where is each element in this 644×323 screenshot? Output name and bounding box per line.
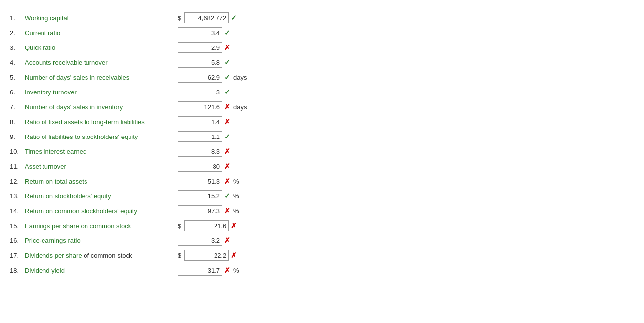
x-icon: ✗ — [224, 162, 230, 170]
item-link[interactable]: Ratio of liabilities to stockholders' eq… — [25, 133, 138, 140]
input-area: ✗% — [178, 205, 239, 216]
check-icon: ✓ — [224, 133, 230, 140]
input-area: $✗ — [178, 250, 237, 261]
list-item: 2.Current ratio✓ — [10, 27, 634, 39]
answer-input[interactable] — [178, 265, 222, 276]
answer-input[interactable] — [178, 101, 222, 112]
item-link[interactable]: Number of days' sales in receivables — [25, 74, 129, 81]
item-link[interactable]: Times interest earned — [25, 148, 86, 155]
item-label: Quick ratio — [25, 44, 178, 51]
item-label: Return on common stockholders' equity — [25, 207, 178, 215]
answer-input[interactable] — [178, 146, 222, 157]
item-link[interactable]: Working capital — [25, 14, 69, 22]
item-number: 9. — [10, 133, 25, 140]
item-link[interactable]: Return on total assets — [25, 178, 87, 185]
list-item: 6.Inventory turnover✓ — [10, 86, 634, 98]
answer-input[interactable] — [178, 116, 222, 127]
item-number: 18. — [10, 267, 25, 274]
answer-input[interactable] — [178, 87, 222, 97]
check-icon: ✓ — [231, 14, 237, 22]
unit-label: % — [233, 267, 239, 274]
check-icon: ✓ — [224, 29, 230, 37]
answer-input[interactable] — [178, 131, 222, 142]
unit-label: % — [233, 207, 239, 215]
item-link[interactable]: Number of days' sales in inventory — [25, 103, 123, 111]
x-icon: ✗ — [224, 103, 230, 111]
answer-input[interactable] — [184, 250, 229, 261]
dollar-sign: $ — [178, 222, 181, 230]
item-label: Ratio of liabilities to stockholders' eq… — [25, 133, 178, 140]
item-number: 12. — [10, 178, 25, 185]
item-label: Current ratio — [25, 29, 178, 37]
item-link[interactable]: Return on common stockholders' equity — [25, 207, 137, 215]
answer-input[interactable] — [178, 72, 222, 83]
answer-input[interactable] — [184, 220, 229, 231]
list-item: 12.Return on total assets✗% — [10, 175, 634, 187]
item-label: Dividends per share of common stock — [25, 252, 178, 259]
answer-input[interactable] — [178, 161, 222, 172]
item-link[interactable]: Inventory turnover — [25, 89, 77, 96]
item-number: 5. — [10, 74, 25, 81]
list-item: 10.Times interest earned✗ — [10, 145, 634, 157]
item-label: Earnings per share on common stock — [25, 222, 178, 230]
item-label: Asset turnover — [25, 163, 178, 170]
input-area: ✗ — [178, 116, 230, 127]
list-item: 4.Accounts receivable turnover✓ — [10, 56, 634, 68]
x-icon: ✗ — [224, 44, 230, 51]
check-icon: ✓ — [224, 73, 230, 81]
list-item: 18.Dividend yield✗% — [10, 264, 634, 276]
input-area: ✗ — [178, 161, 230, 172]
check-icon: ✓ — [224, 58, 230, 66]
item-link[interactable]: Quick ratio — [25, 44, 55, 51]
item-number: 13. — [10, 192, 25, 200]
item-label: Dividend yield — [25, 267, 178, 274]
list-item: 13.Return on stockholders' equity✓% — [10, 190, 634, 202]
answer-input[interactable] — [178, 205, 222, 216]
item-label: Return on total assets — [25, 178, 178, 185]
list-item: 16.Price-earnings ratio✗ — [10, 234, 634, 246]
item-number: 11. — [10, 163, 25, 170]
item-number: 3. — [10, 44, 25, 51]
input-area: ✗ — [178, 235, 230, 246]
unit-label: % — [233, 192, 239, 200]
list-item: 8.Ratio of fixed assets to long-term lia… — [10, 116, 634, 128]
item-label: Inventory turnover — [25, 89, 178, 96]
input-area: ✗days — [178, 101, 247, 112]
input-area: ✓ — [178, 27, 230, 38]
item-label: Return on stockholders' equity — [25, 192, 178, 200]
item-link[interactable]: Ratio of fixed assets to long-term liabi… — [25, 118, 145, 126]
input-area: ✓ — [178, 57, 230, 68]
answer-input[interactable] — [178, 27, 222, 38]
item-link[interactable]: Accounts receivable turnover — [25, 59, 108, 66]
item-label: Price-earnings ratio — [25, 237, 178, 244]
x-icon: ✗ — [224, 266, 230, 274]
answer-input[interactable] — [178, 235, 222, 246]
dollar-sign: $ — [178, 252, 181, 259]
list-item: 17.Dividends per share of common stock$✗ — [10, 249, 634, 261]
x-icon: ✗ — [231, 251, 237, 259]
item-link[interactable]: Return on stockholders' equity — [25, 192, 111, 200]
item-link[interactable]: Earnings per share on common stock — [25, 222, 131, 230]
item-link[interactable]: Asset turnover — [25, 163, 66, 170]
item-link[interactable]: Dividend yield — [25, 267, 65, 274]
input-area: ✗% — [178, 176, 239, 186]
answer-input[interactable] — [184, 12, 229, 23]
x-icon: ✗ — [231, 222, 237, 230]
answer-input[interactable] — [178, 176, 222, 186]
item-label: Ratio of fixed assets to long-term liabi… — [25, 118, 178, 126]
answer-input[interactable] — [178, 57, 222, 68]
item-number: 8. — [10, 118, 25, 126]
input-area: ✗ — [178, 146, 230, 157]
item-number: 10. — [10, 148, 25, 155]
item-label: Number of days' sales in receivables — [25, 74, 178, 81]
input-area: ✗% — [178, 265, 239, 276]
answer-input[interactable] — [178, 42, 222, 53]
answer-input[interactable] — [178, 190, 222, 201]
unit-label: % — [233, 178, 239, 185]
item-label: Times interest earned — [25, 148, 178, 155]
item-number: 1. — [10, 14, 25, 22]
item-link[interactable]: Current ratio — [25, 29, 60, 37]
input-area: ✗ — [178, 42, 230, 53]
input-area: $✗ — [178, 220, 237, 231]
item-link[interactable]: Price-earnings ratio — [25, 237, 81, 244]
